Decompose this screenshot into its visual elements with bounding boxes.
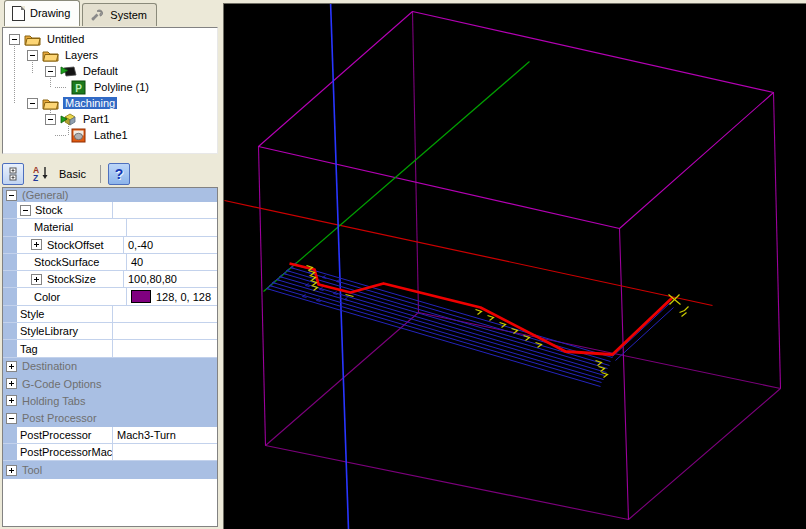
category-indent-strip — [3, 202, 17, 218]
expand-icon[interactable] — [6, 395, 17, 406]
collapse-icon[interactable] — [20, 205, 31, 216]
property-row-stylelibrary[interactable]: StyleLibrary — [3, 323, 217, 340]
polyline-icon: P — [71, 80, 88, 95]
color-swatch[interactable] — [131, 290, 151, 303]
left-panel: Drawing System Untitled — [0, 0, 220, 529]
tree-item-label: Lathe1 — [92, 129, 130, 141]
svg-text:P: P — [75, 82, 82, 93]
part-icon — [60, 112, 77, 127]
tree-item-label: Part1 — [81, 113, 111, 125]
alphabetical-sort-button[interactable]: A Z — [29, 163, 53, 185]
property-value[interactable]: 0,-40 — [124, 237, 217, 253]
tree-item-lathe1[interactable]: Lathe1 — [67, 127, 130, 143]
folder-icon — [42, 48, 59, 63]
tree-connector — [55, 135, 67, 136]
expand-icon[interactable] — [6, 465, 17, 476]
tree-item-machining[interactable]: Machining — [27, 95, 117, 111]
category-label: (General) — [22, 189, 68, 201]
collapse-icon[interactable] — [45, 114, 56, 125]
tab-system[interactable]: System — [82, 3, 157, 26]
collapse-icon[interactable] — [6, 190, 17, 201]
collapse-icon[interactable] — [6, 413, 17, 424]
expand-icon[interactable] — [6, 378, 17, 389]
property-value[interactable] — [113, 323, 217, 339]
category-label: G-Code Options — [22, 378, 101, 390]
tree-item-untitled[interactable]: Untitled — [9, 31, 86, 47]
category-indent-strip — [3, 288, 17, 304]
expand-icon[interactable] — [6, 361, 17, 372]
tree-item-label: Polyline (1) — [92, 81, 151, 93]
categorized-view-button[interactable] — [2, 163, 24, 185]
tree-item-part1[interactable]: Part1 — [45, 111, 111, 127]
collapse-icon[interactable] — [27, 50, 38, 61]
category-indent-strip — [3, 306, 17, 322]
view-mode-label[interactable]: Basic — [59, 168, 86, 180]
property-row-stockoffset[interactable]: StockOffset 0,-40 — [3, 237, 217, 254]
lathe-icon — [71, 128, 88, 143]
tab-drawing-label: Drawing — [30, 7, 70, 19]
property-name: PostProcessor — [20, 429, 92, 441]
property-row-postprocessormacros[interactable]: PostProcessorMacros — [3, 444, 217, 461]
drawing-tree: Untitled Layers Default P Polyline (1) — [2, 27, 218, 154]
layer-icon — [60, 64, 77, 79]
toolbar-separator — [100, 165, 101, 183]
category-indent-strip — [3, 254, 17, 270]
categorized-icon — [9, 166, 17, 182]
property-row-color[interactable]: Color 128, 0, 128 — [3, 288, 217, 305]
property-row-stock[interactable]: Stock — [3, 202, 217, 219]
category-post-processor[interactable]: Post Processor — [3, 410, 217, 427]
category-indent-strip — [3, 427, 17, 443]
tree-item-label: Layers — [63, 49, 100, 61]
property-value[interactable]: 100,80,80 — [124, 271, 217, 287]
category-general[interactable]: (General) — [3, 188, 217, 202]
property-row-stocksurface[interactable]: StockSurface 40 — [3, 254, 217, 271]
property-value[interactable]: 40 — [127, 254, 217, 270]
tree-connector — [14, 42, 15, 104]
viewport-3d[interactable] — [223, 3, 806, 529]
category-label: Destination — [22, 360, 77, 372]
collapse-icon[interactable] — [9, 34, 20, 45]
property-row-stocksize[interactable]: StockSize 100,80,80 — [3, 271, 217, 288]
tree-item-label: Untitled — [45, 33, 86, 45]
tab-drawing[interactable]: Drawing — [4, 0, 80, 26]
property-value[interactable]: Mach3-Turn — [113, 427, 217, 443]
expand-icon[interactable] — [31, 274, 42, 285]
sort-z-glyph: Z — [33, 173, 38, 182]
help-button[interactable]: ? — [108, 163, 130, 185]
category-label: Post Processor — [22, 412, 97, 424]
propgrid-toolbar: A Z Basic ? — [2, 161, 218, 186]
expand-icon[interactable] — [31, 239, 42, 250]
category-label: Holding Tabs — [22, 395, 85, 407]
tree-item-layers[interactable]: Layers — [27, 47, 100, 63]
wrench-icon — [90, 8, 105, 21]
tab-system-label: System — [110, 9, 147, 21]
category-gcode-options[interactable]: G-Code Options — [3, 375, 217, 392]
tree-item-polyline[interactable]: P Polyline (1) — [67, 79, 151, 95]
property-name: Color — [34, 291, 60, 303]
property-value[interactable] — [127, 219, 217, 235]
category-indent-strip — [3, 271, 17, 287]
property-value[interactable] — [113, 340, 217, 356]
property-row-style[interactable]: Style — [3, 306, 217, 323]
category-label: Tool — [22, 464, 42, 476]
property-value[interactable] — [113, 444, 217, 460]
tree-item-default-layer[interactable]: Default — [45, 63, 120, 79]
property-row-postprocessor[interactable]: PostProcessor Mach3-Turn — [3, 427, 217, 444]
property-value[interactable] — [113, 202, 217, 218]
property-name: Stock — [35, 204, 63, 216]
collapse-icon[interactable] — [27, 98, 38, 109]
property-row-material[interactable]: Material — [3, 219, 217, 236]
property-value[interactable] — [113, 306, 217, 322]
category-holding-tabs[interactable]: Holding Tabs — [3, 392, 217, 409]
viewport-svg[interactable] — [224, 4, 806, 529]
property-value[interactable]: 128, 0, 128 — [127, 288, 217, 304]
tree-item-label: Default — [81, 65, 120, 77]
property-name: Material — [34, 221, 73, 233]
property-row-tag[interactable]: Tag — [3, 340, 217, 357]
property-name: StockSize — [47, 273, 96, 285]
category-indent-strip — [3, 323, 17, 339]
category-tool[interactable]: Tool — [3, 461, 217, 478]
collapse-icon[interactable] — [45, 66, 56, 77]
category-destination[interactable]: Destination — [3, 358, 217, 375]
az-sort-icon: A Z — [32, 165, 50, 182]
